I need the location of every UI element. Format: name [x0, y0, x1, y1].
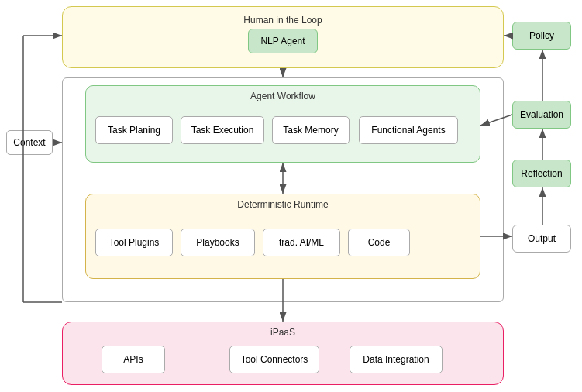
context-box: Context: [6, 130, 53, 155]
output-label: Output: [528, 233, 556, 244]
human-loop-container: Human in the Loop NLP Agent: [62, 6, 504, 68]
evaluation-label: Evaluation: [520, 109, 563, 120]
policy-label: Policy: [529, 30, 554, 41]
evaluation-box: Evaluation: [512, 101, 571, 129]
reflection-box: Reflection: [512, 160, 571, 187]
code-box: Code: [348, 229, 410, 256]
tool-connectors-box: Tool Connectors: [229, 346, 319, 373]
task-planing-box: Task Planing: [95, 116, 173, 144]
context-label: Context: [13, 137, 45, 148]
apis-box: APIs: [102, 346, 165, 373]
policy-box: Policy: [512, 22, 571, 50]
ipaas-label: iPaaS: [270, 327, 295, 338]
output-box: Output: [512, 225, 571, 253]
trad-aiml-box: trad. AI/ML: [263, 229, 340, 256]
nlp-agent-label: NLP Agent: [260, 36, 305, 46]
nlp-agent-box: NLP Agent: [248, 29, 318, 53]
human-loop-label: Human in the Loop: [243, 15, 322, 26]
data-integration-box: Data Integration: [350, 346, 443, 373]
ipaas-container: iPaaS APIs Tool Connectors Data Integrat…: [62, 322, 504, 385]
task-execution-box: Task Execution: [181, 116, 264, 144]
task-memory-label: Task Memory: [283, 125, 338, 136]
tool-plugins-box: Tool Plugins: [95, 229, 173, 256]
apis-label: APIs: [123, 354, 143, 365]
trad-aiml-label: trad. AI/ML: [279, 237, 324, 248]
tool-connectors-label: Tool Connectors: [241, 354, 308, 365]
architecture-diagram: Human in the Loop NLP Agent Agent Workfl…: [0, 0, 582, 392]
reflection-label: Reflection: [521, 168, 562, 179]
det-runtime-container: Deterministic Runtime Tool Plugins Playb…: [85, 194, 480, 279]
functional-agents-label: Functional Agents: [371, 125, 445, 136]
agent-workflow-label: Agent Workflow: [250, 91, 315, 101]
functional-agents-box: Functional Agents: [359, 116, 458, 144]
playbooks-label: Playbooks: [196, 237, 239, 248]
playbooks-box: Playbooks: [181, 229, 255, 256]
task-execution-label: Task Execution: [191, 125, 254, 136]
tool-plugins-label: Tool Plugins: [109, 237, 160, 248]
data-integration-label: Data Integration: [363, 354, 429, 365]
task-memory-box: Task Memory: [272, 116, 350, 144]
task-planing-label: Task Planing: [108, 125, 160, 136]
agent-workflow-container: Agent Workflow Task Planing Task Executi…: [85, 85, 480, 163]
code-label: Code: [368, 237, 391, 248]
det-runtime-label: Deterministic Runtime: [237, 199, 328, 210]
